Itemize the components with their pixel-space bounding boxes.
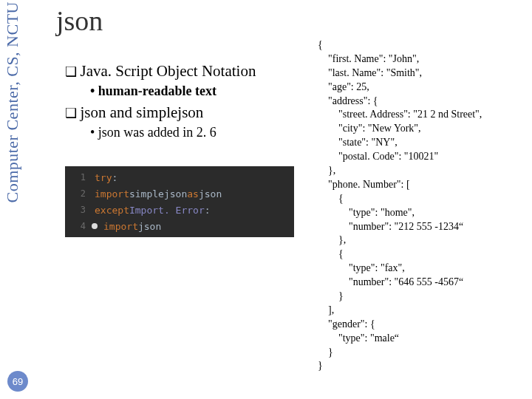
outline: Java. Script Object Notation human-reada… [65, 58, 309, 140]
line-number: 1 [65, 172, 95, 183]
outline-item-1-bullet-1: human-readable text [90, 83, 309, 99]
outline-item-2: json and simplejson [65, 103, 309, 122]
code-line: 3except Import. Error: [65, 202, 294, 218]
code-token: except [95, 205, 129, 216]
code-token: Import. Error [129, 205, 205, 216]
code-token: as [187, 188, 199, 200]
code-token: try [95, 172, 112, 183]
code-token: : [112, 172, 117, 183]
code-token: simplejson [129, 188, 187, 200]
sidebar-label: Computer Center, CS, NCTU [3, 1, 22, 203]
slide-number-badge: 69 [7, 371, 28, 392]
line-number: 3 [65, 205, 95, 215]
outline-item-1: Java. Script Object Notation [65, 62, 309, 81]
code-line: 1try: [65, 169, 294, 185]
code-token: json [138, 221, 161, 232]
code-token: import [103, 221, 138, 232]
outline-item-2-bullet-1: json was added in 2. 6 [90, 125, 309, 140]
slide-title: json [56, 4, 103, 37]
breakpoint-dot-icon [92, 223, 98, 229]
code-token: json [199, 188, 222, 200]
json-example: { "first. Name": "John", "last. Name": "… [318, 38, 525, 373]
code-token: : [205, 205, 211, 216]
code-line: 2 import simplejson as json [65, 185, 294, 202]
line-number: 2 [65, 188, 95, 199]
line-number: 4 [65, 221, 95, 231]
code-token: import [95, 188, 129, 200]
code-snippet: 1try:2 import simplejson as json3except … [65, 166, 294, 237]
code-line: 4 import json [65, 218, 294, 234]
